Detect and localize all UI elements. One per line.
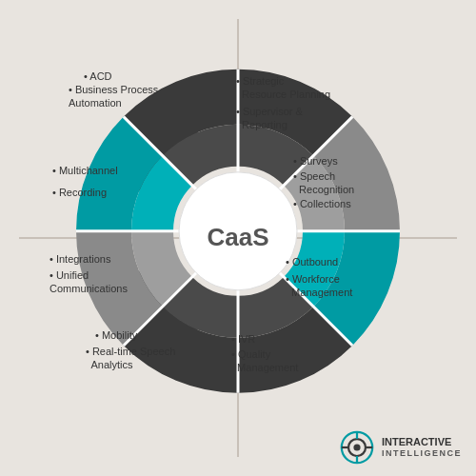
- label-speech-rec: • Speech Recognition: [293, 169, 354, 197]
- company-logo-icon: [340, 430, 374, 465]
- label-integrations: • Integrations: [50, 252, 110, 266]
- label-surveys: • Surveys: [293, 154, 338, 168]
- label-mobility: • Mobility: [95, 328, 137, 342]
- logo-text: INTERACTIVE INTELLIGENCE: [382, 435, 462, 460]
- svg-point-15: [353, 444, 360, 450]
- label-bpa: • Business ProcessAutomation: [69, 83, 158, 110]
- label-multichannel: • Multichannel: [52, 164, 118, 177]
- logo-area: INTERACTIVE INTELLIGENCE: [340, 430, 462, 465]
- main-container: CaaS • ACD • Business ProcessAutomation …: [0, 0, 476, 476]
- label-recording: • Recording: [52, 186, 107, 199]
- label-quality: • Quality Management: [231, 347, 298, 375]
- label-strategic: • Strategic Resource Planning: [236, 74, 330, 102]
- label-realtime: • Real-time Speech Analytics: [86, 345, 175, 372]
- label-supervisor: • Supervisor & Reporting: [236, 105, 303, 132]
- label-acd: • ACD: [84, 69, 112, 83]
- label-unified: • UnifiedCommunications: [50, 268, 128, 296]
- label-outbound: • Outbound: [286, 255, 338, 268]
- center-circle: [179, 172, 297, 290]
- label-ivr: • IVR: [231, 332, 255, 346]
- label-collections: • Collections: [293, 197, 351, 210]
- label-workforce: • Workforce Management: [286, 272, 352, 300]
